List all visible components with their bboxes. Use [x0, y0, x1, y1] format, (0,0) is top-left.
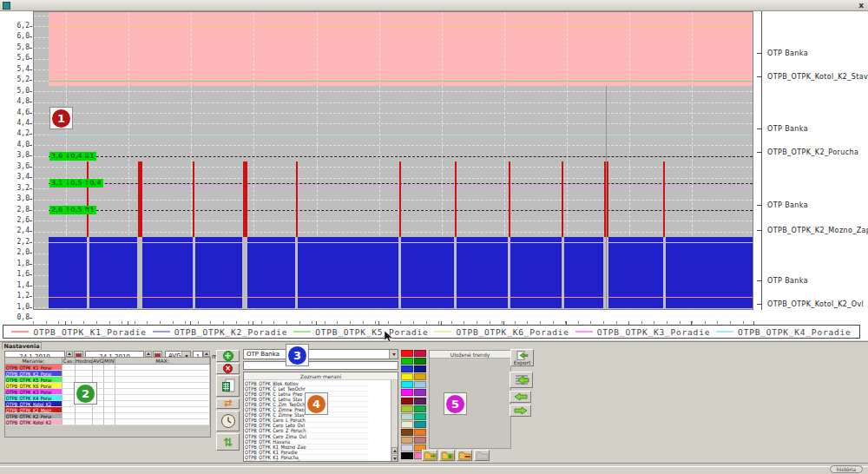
table-row-label[interactable]: OTPB_OTPK_K3_Poradie [5, 389, 62, 395]
export-excel-button[interactable] [216, 375, 240, 397]
table-cell[interactable] [62, 365, 76, 371]
table-cell[interactable] [76, 407, 93, 413]
table-cell[interactable] [115, 407, 210, 413]
color-palette[interactable] [401, 350, 427, 462]
table-cell[interactable] [93, 407, 104, 413]
color-swatch[interactable] [401, 350, 413, 357]
add-measurement-button[interactable]: + [216, 350, 240, 362]
table-row-label[interactable]: OTPB_OTPK_K2_Poradie [5, 371, 62, 377]
delete-trend-button[interactable] [457, 450, 472, 461]
color-swatch[interactable] [414, 373, 426, 380]
table-cell[interactable] [104, 407, 115, 413]
table-row-label[interactable]: OTPB_OTPK_K2_Mozno_Zap [5, 407, 62, 413]
measurement-table[interactable]: Meranie:Čas:Hodnota:AVG:MIN:MAX:OTPB_OTP… [4, 357, 211, 438]
spike-mark [243, 161, 247, 237]
color-swatch[interactable] [401, 389, 413, 396]
color-swatch[interactable] [401, 421, 413, 428]
table-cell[interactable] [93, 371, 104, 377]
color-swatch[interactable] [414, 421, 426, 428]
table-cell[interactable] [115, 395, 210, 401]
table-cell[interactable] [62, 407, 76, 413]
table-row-label[interactable]: OTPB_OTPK_K2_Porucha [5, 413, 62, 419]
color-swatch[interactable] [401, 429, 413, 436]
color-swatch[interactable] [414, 350, 426, 357]
table-row-label[interactable]: OTPB_OTPK_Kotol_K2_Stav [5, 419, 62, 425]
table-cell[interactable] [93, 365, 104, 371]
chart-plot-area[interactable]: 3,6 ↓0,4 ⇊13,1 ↓0,5 ↑0,42,6 ↑0,5 ⇈1 [33, 11, 753, 310]
table-cell[interactable] [115, 371, 210, 377]
table-cell[interactable] [104, 395, 115, 401]
scroll-up-icon[interactable] [391, 447, 398, 454]
table-cell[interactable] [93, 419, 104, 425]
table-row-label[interactable]: OTPB_OTPK_K4_Poradie [5, 395, 62, 401]
time-cursor-line[interactable] [606, 86, 607, 308]
table-row-label[interactable]: OTPB_OTPK_K1_Poradie [5, 365, 62, 371]
table-row-label[interactable]: OTPB_OTPK_K5_Poradie [5, 377, 62, 383]
add-to-view-button[interactable] [510, 372, 533, 388]
page-left-button[interactable] [510, 391, 531, 403]
color-swatch[interactable] [401, 405, 413, 412]
table-row-label[interactable]: OTPB_OTPK_K6_Poradie [5, 383, 62, 389]
table-cell[interactable] [104, 365, 115, 371]
color-swatch[interactable] [414, 413, 426, 420]
color-swatch[interactable] [401, 381, 413, 388]
table-cell[interactable] [115, 389, 210, 395]
color-swatch[interactable] [414, 405, 426, 412]
close-icon[interactable]: x [858, 1, 864, 10]
filter-input[interactable] [243, 361, 398, 370]
color-swatch[interactable] [414, 365, 426, 372]
save-trend-button[interactable] [439, 450, 455, 461]
color-swatch[interactable] [401, 358, 413, 365]
color-swatch[interactable] [414, 389, 426, 396]
color-swatch[interactable] [414, 398, 426, 405]
time-settings-button[interactable] [216, 411, 240, 431]
color-swatch[interactable] [401, 444, 413, 451]
list-scrollbar[interactable] [391, 380, 398, 462]
table-cell[interactable] [62, 419, 76, 425]
color-swatch[interactable] [401, 437, 413, 444]
table-cell[interactable] [115, 365, 210, 371]
table-cell[interactable] [104, 413, 115, 419]
group-select[interactable]: OTP Banka [243, 349, 398, 359]
scroll-down-icon[interactable] [391, 455, 398, 462]
export-button[interactable]: Export [510, 349, 534, 366]
y-tick-mark [30, 80, 32, 81]
sort-order-button[interactable]: ⇅ [216, 433, 240, 451]
table-cell[interactable] [62, 413, 76, 419]
table-cell[interactable] [62, 371, 76, 377]
saved-trends-panel[interactable]: Uložené trendy [429, 350, 511, 449]
table-cell[interactable] [93, 413, 104, 419]
table-cell[interactable] [76, 419, 93, 425]
table-cell[interactable] [76, 365, 93, 371]
table-cell[interactable] [104, 383, 115, 389]
color-swatch[interactable] [414, 381, 426, 388]
table-row-label[interactable]: OTPB_OTPK_Kotol_K2_Ovl [5, 401, 62, 407]
refresh-button[interactable]: ⇄ [216, 398, 240, 409]
table-cell[interactable] [104, 419, 115, 425]
table-cell[interactable] [104, 389, 115, 395]
page-right-button[interactable] [510, 405, 531, 417]
table-cell[interactable] [104, 377, 115, 383]
color-swatch[interactable] [401, 452, 413, 459]
table-cell[interactable] [76, 371, 93, 377]
table-cell[interactable] [115, 401, 210, 407]
table-cell[interactable] [76, 413, 93, 419]
color-swatch[interactable] [414, 437, 426, 444]
table-cell[interactable] [115, 413, 210, 419]
table-cell[interactable] [115, 419, 210, 425]
table-cell[interactable] [104, 401, 115, 407]
measurement-list[interactable]: Zoznam meraní OTPB_OTPK_Blok_KotlovOTPB_… [243, 372, 398, 462]
color-swatch[interactable] [414, 358, 426, 365]
table-cell[interactable] [115, 383, 210, 389]
color-swatch[interactable] [401, 413, 413, 420]
color-swatch[interactable] [401, 373, 413, 380]
chevron-down-icon[interactable] [389, 350, 398, 359]
table-cell[interactable] [104, 371, 115, 377]
remove-measurement-button[interactable]: × [216, 363, 240, 374]
load-trend-button[interactable] [422, 450, 437, 461]
color-swatch[interactable] [414, 429, 426, 436]
table-cell[interactable] [115, 377, 210, 383]
color-swatch[interactable] [401, 365, 413, 372]
color-swatch[interactable] [401, 398, 413, 405]
tab-nastavenia[interactable]: Nastavenia [2, 342, 42, 350]
